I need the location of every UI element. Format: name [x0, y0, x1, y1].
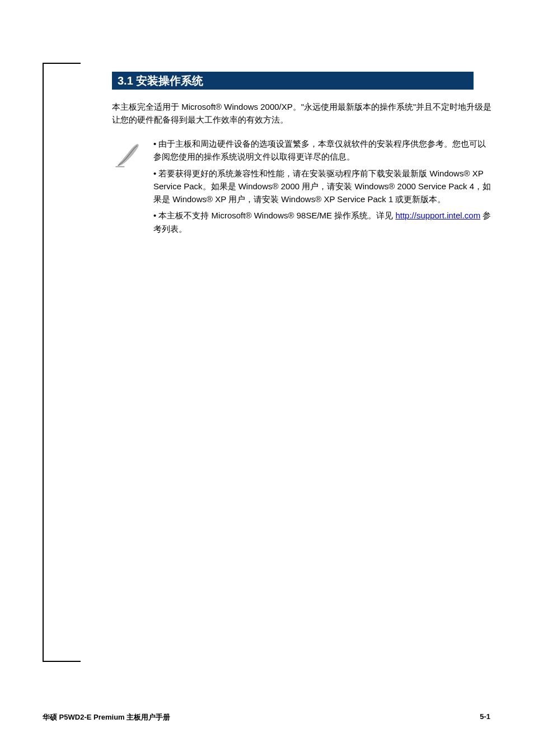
note-block: • 由于主板和周边硬件设备的选项设置繁多，本章仅就软件的安装程序供您参考。您也可… — [112, 137, 493, 235]
footer-title: 华硕 P5WD2-E Premium 主板用户手册 — [43, 712, 170, 722]
section-banner-text: 3.1 安装操作系统 — [118, 73, 203, 88]
footer-page-number: 5-1 — [480, 712, 490, 722]
note-bullet-1-text: 由于主板和周边硬件设备的选项设置繁多，本章仅就软件的安装程序供您参考。您也可以参… — [153, 139, 486, 161]
note-bullet-2-text: 若要获得更好的系统兼容性和性能，请在安装驱动程序前下载安装最新版 Windows… — [153, 169, 491, 204]
note-bullet-2: • 若要获得更好的系统兼容性和性能，请在安装驱动程序前下载安装最新版 Windo… — [153, 167, 493, 206]
note-bullet-3: • 本主板不支持 Microsoft® Windows® 98SE/ME 操作系… — [153, 209, 493, 235]
page-footer: 华硕 P5WD2-E Premium 主板用户手册 5-1 — [43, 712, 490, 722]
note-bullet-1: • 由于主板和周边硬件设备的选项设置繁多，本章仅就软件的安装程序供您参考。您也可… — [153, 137, 493, 164]
note-bullet-3-pre: 本主板不支持 Microsoft® Windows® 98SE/ME 操作系统。… — [158, 211, 393, 220]
section-banner: 3.1 安装操作系统 — [112, 72, 474, 90]
quill-icon — [112, 137, 146, 172]
note-text-content: • 由于主板和周边硬件设备的选项设置繁多，本章仅就软件的安装程序供您参考。您也可… — [153, 137, 493, 235]
page-frame-decoration — [43, 63, 81, 662]
main-content: 3.1 安装操作系统 本主板完全适用于 Microsoft® Windows 2… — [112, 72, 493, 235]
support-link[interactable]: http://support.intel.com — [395, 211, 480, 220]
section-body-paragraph: 本主板完全适用于 Microsoft® Windows 2000/XP。"永远使… — [112, 101, 493, 126]
